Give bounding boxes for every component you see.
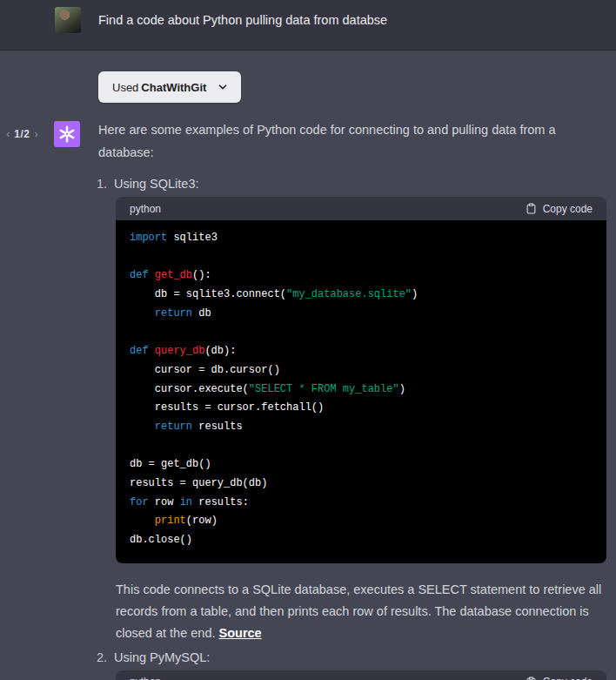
code-block-sqlite: python Copy code import sqlite3 def get_…: [116, 197, 606, 563]
list-item-label: Using PyMySQL:: [114, 648, 606, 667]
user-message-text: Find a code about Python pulling data fr…: [98, 10, 387, 30]
pagination-count: 1/2: [14, 128, 30, 140]
list-number: 2.: [97, 648, 114, 667]
assistant-intro-text: Here are some examples of Python code fo…: [98, 118, 606, 164]
list-item-sqlite: 1. Using SQLite3:: [98, 174, 606, 193]
code-language-label: python: [130, 203, 161, 215]
copy-code-label: Copy code: [543, 203, 593, 215]
code-block-header: python Copy code: [116, 670, 606, 680]
list-item-pymysql: 2. Using PyMySQL:: [98, 648, 606, 667]
assistant-content: Used ChatWithGit Here are some examples …: [98, 71, 606, 680]
explanation-line: This code connects to a SQLite database,…: [116, 579, 606, 601]
openai-logo-icon: [57, 125, 77, 144]
used-plugin-button[interactable]: Used ChatWithGit: [98, 71, 241, 103]
previous-response-button[interactable]: ‹: [6, 129, 10, 139]
assistant-avatar: [54, 121, 80, 147]
assistant-message-row: ‹ 1/2 › Used ChatWithGit Here a: [0, 50, 616, 680]
next-response-button[interactable]: ›: [35, 129, 38, 139]
copy-code-button[interactable]: Copy code: [526, 203, 593, 215]
plugin-name: ChatWithGit: [141, 81, 206, 94]
code-language-label: python: [130, 676, 161, 680]
code-block-pymysql: python Copy code: [116, 670, 606, 680]
clipboard-icon: [526, 203, 537, 214]
code-block-header: python Copy code: [116, 197, 606, 220]
explanation-line: records from a table, and then prints ea…: [116, 601, 606, 623]
plugin-prefix: Used: [112, 81, 138, 94]
clipboard-icon: [526, 677, 537, 680]
code-explanation: This code connects to a SQLite database,…: [116, 579, 606, 644]
response-pagination: ‹ 1/2 ›: [6, 128, 38, 140]
chevron-down-icon: [217, 81, 229, 93]
source-link[interactable]: Source: [219, 626, 262, 640]
copy-code-label: Copy code: [543, 676, 593, 680]
list-number: 1.: [97, 174, 114, 193]
list-item-label: Using SQLite3:: [114, 174, 606, 193]
user-message-row: Find a code about Python pulling data fr…: [0, 0, 616, 50]
explanation-line-with-link: closed at the end. Source: [116, 623, 606, 644]
code-content: import sqlite3 def get_db(): db = sqlite…: [116, 220, 606, 563]
user-avatar: [55, 7, 81, 33]
copy-code-button[interactable]: Copy code: [526, 676, 593, 680]
